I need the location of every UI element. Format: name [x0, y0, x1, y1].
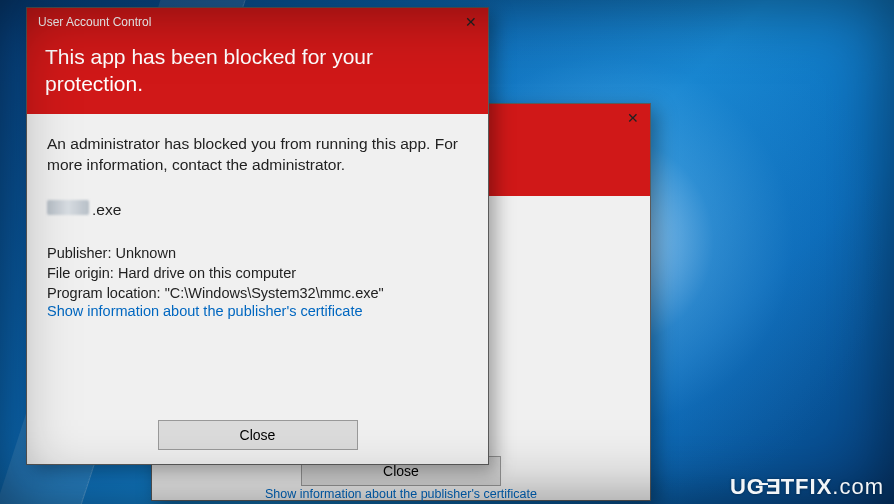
exe-suffix: .exe [92, 201, 121, 219]
dialog-message: An administrator has blocked you from ru… [47, 134, 468, 176]
close-icon[interactable]: ✕ [462, 13, 480, 31]
button-row: Close [27, 420, 488, 450]
origin-value: Hard drive on this computer [118, 265, 296, 281]
file-metadata: Publisher: Unknown File origin: Hard dri… [47, 243, 468, 304]
close-button[interactable]: Close [158, 420, 358, 450]
origin-label: File origin: [47, 265, 114, 281]
location-value: "C:\Windows\System32\mmc.exe" [165, 285, 384, 301]
certificate-link[interactable]: Show information about the publisher's c… [265, 487, 537, 501]
dialog-content: An administrator has blocked you from ru… [27, 114, 488, 330]
uac-dialog: User Account Control ✕ This app has been… [26, 7, 489, 465]
dialog-heading: This app has been blocked for your prote… [27, 36, 488, 114]
executable-name: .exe [47, 200, 468, 219]
publisher-value: Unknown [116, 245, 176, 261]
close-icon[interactable]: ✕ [624, 109, 642, 127]
publisher-label: Publisher: [47, 245, 111, 261]
blurred-filename [47, 200, 89, 215]
titlebar-text: User Account Control [27, 15, 151, 29]
titlebar[interactable]: User Account Control ✕ [27, 8, 488, 36]
location-label: Program location: [47, 285, 161, 301]
certificate-link[interactable]: Show information about the publisher's c… [47, 303, 468, 319]
watermark-logo: UGETFIX.com [730, 474, 884, 500]
